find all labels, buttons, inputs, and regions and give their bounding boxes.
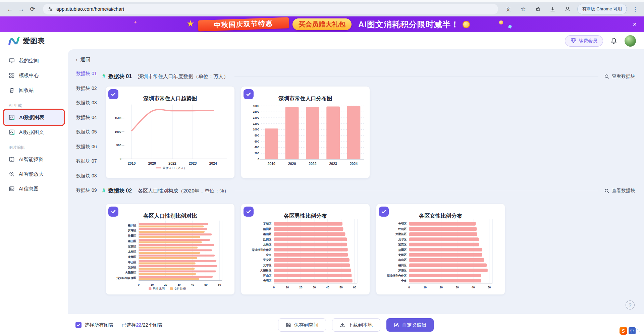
select-all-checkbox[interactable] — [75, 322, 82, 328]
svg-text:2023: 2023 — [329, 162, 337, 166]
svg-text:光明区: 光明区 — [263, 279, 272, 282]
sidebar-item-ai-data-chart[interactable]: AI AI数据图表 — [4, 110, 64, 125]
svg-text:400: 400 — [255, 146, 259, 149]
downloads-icon[interactable] — [548, 4, 558, 14]
divider — [235, 191, 598, 191]
block-nav-item[interactable]: 数据块 08 — [76, 173, 100, 188]
save-to-space-button[interactable]: 保存到空间 — [278, 318, 326, 332]
sidebar-item-my-space[interactable]: 我的空间 — [0, 53, 68, 68]
svg-text:60: 60 — [353, 286, 356, 289]
notifications-bell-icon[interactable] — [610, 37, 617, 44]
sidebar-item-template-center[interactable]: 模板中心 — [0, 68, 68, 83]
chart-select-checkbox[interactable] — [379, 207, 389, 217]
svg-text:500: 500 — [116, 144, 121, 147]
browser-menu-icon[interactable]: ⋮ — [632, 6, 639, 13]
svg-text:南山区: 南山区 — [128, 239, 137, 243]
footer-actions: 保存到空间 下载到本地 自定义编辑 — [278, 318, 434, 332]
block-nav-item[interactable]: 数据块 06 — [76, 144, 100, 159]
chart-title: 深圳市常住人口趋势图 — [106, 95, 234, 102]
sidebar-item-ai-data-doc[interactable]: AI AI数据图文 — [0, 125, 68, 139]
magnifier-icon — [604, 188, 609, 193]
sidebar-item-recycle-bin[interactable]: 回收站 — [0, 83, 68, 98]
svg-text:0: 0 — [120, 157, 121, 161]
download-local-button[interactable]: 下载到本地 — [332, 318, 380, 332]
custom-edit-label: 自定义编辑 — [402, 322, 427, 328]
save-to-space-label: 保存到空间 — [294, 322, 319, 328]
svg-text:50: 50 — [339, 286, 343, 289]
help-button[interactable]: ? — [626, 300, 635, 310]
chart-select-checkbox[interactable] — [244, 89, 254, 99]
chart-title: 各区人口性别比例对比 — [106, 213, 234, 220]
block-nav-item[interactable]: 数据块 02 — [76, 86, 100, 100]
reload-button[interactable]: ⟳ — [28, 4, 38, 14]
promo-badge[interactable]: 买会员赠大礼包 — [292, 18, 352, 30]
chart-select-checkbox[interactable] — [108, 89, 118, 99]
svg-text:0: 0 — [273, 286, 275, 289]
svg-text:全市: 全市 — [401, 279, 407, 282]
chevron-left-icon: ‹ — [76, 56, 78, 63]
monitor-icon — [9, 58, 15, 64]
ime-widget[interactable]: S 中 ’， — [620, 327, 641, 335]
svg-text:20: 20 — [299, 286, 303, 289]
user-avatar[interactable] — [625, 35, 636, 47]
renew-membership-button[interactable]: 续费会员 — [565, 35, 603, 47]
svg-text:2022: 2022 — [168, 162, 176, 165]
selected-number: 22 — [136, 322, 142, 328]
svg-text:常住人口（万人）: 常住人口（万人） — [163, 166, 187, 170]
svg-text:深汕特别合作区: 深汕特别合作区 — [116, 276, 137, 280]
block-nav-item[interactable]: 数据块 05 — [76, 129, 100, 144]
extensions-icon[interactable] — [533, 4, 543, 14]
confetti-icon — [499, 20, 503, 24]
sogou-icon: S — [620, 327, 627, 335]
svg-text:30: 30 — [177, 283, 181, 286]
block-nav-item[interactable]: 数据块 09 — [76, 187, 100, 202]
address-bar[interactable]: app.aitubiao.com/home/ai/chart — [43, 4, 498, 14]
forward-button[interactable]: → — [16, 4, 26, 14]
section-header-block-01: # 数据块 01 深圳市常住人口年度数据（单位：万人） 查看数据块 — [102, 73, 635, 80]
block-nav-item[interactable]: 数据块 03 — [76, 100, 100, 115]
translate-icon[interactable]: 文 — [503, 4, 514, 14]
svg-text:宝安区: 宝安区 — [263, 258, 272, 262]
app-header: 爱图表 续费会员 — [0, 32, 644, 49]
check-icon — [111, 209, 116, 214]
sidebar-item-ai-infographic[interactable]: AI信息图 — [0, 181, 68, 196]
svg-text:全市: 全市 — [266, 253, 272, 257]
svg-text:1400: 1400 — [253, 116, 259, 119]
site-settings-icon[interactable] — [48, 6, 53, 12]
banner-close-icon[interactable]: × — [633, 20, 637, 28]
block-nav-item[interactable]: 数据块 01 — [76, 71, 100, 86]
svg-text:40: 40 — [472, 286, 475, 289]
chart-select-checkbox[interactable] — [244, 207, 254, 217]
sidebar-item-ai-enlarge[interactable]: AI智能放大 — [0, 167, 68, 181]
download-local-label: 下载到本地 — [348, 322, 373, 328]
svg-text:龙岗区: 龙岗区 — [398, 253, 407, 257]
svg-text:光明区: 光明区 — [398, 222, 407, 225]
promo-ribbon: 中秋国庆双节特惠 — [198, 17, 289, 31]
confetti-icon — [508, 25, 512, 29]
back-button-row[interactable]: ‹ 返回 — [68, 49, 644, 63]
svg-text:光明区: 光明区 — [127, 266, 137, 269]
view-datablock-link[interactable]: 查看数据块 — [604, 73, 635, 79]
charts-row-2: 各区人口性别比例对比 0102030405060福田区罗湖区盐田区南山区宝安区龙… — [106, 204, 635, 295]
view-datablock-link[interactable]: 查看数据块 — [604, 188, 635, 194]
block-nav-item[interactable]: 数据块 07 — [76, 158, 100, 173]
custom-edit-button[interactable]: 自定义编辑 — [386, 318, 434, 332]
block-nav-item[interactable]: 数据块 04 — [76, 115, 100, 129]
svg-text:福田区: 福田区 — [398, 264, 407, 267]
sidebar-section-image-label: 图片编辑 — [9, 145, 68, 151]
app-logo[interactable]: 爱图表 — [8, 36, 45, 46]
back-button[interactable]: ← — [5, 4, 15, 14]
infographic-icon — [9, 186, 15, 192]
chart-select-checkbox[interactable] — [108, 207, 118, 217]
svg-text:宝安区: 宝安区 — [398, 243, 407, 246]
svg-text:福田区: 福田区 — [263, 227, 272, 231]
chrome-update-button[interactable]: 有新版 Chrome 可用 — [577, 4, 627, 14]
chart-title: 各区男性比例分布 — [241, 213, 370, 220]
chart-card: 各区女性比例分布 01020304050光明区坪山区大鹏新区龙华区宝安区盐田区龙… — [376, 204, 505, 295]
bookmark-star-icon[interactable]: ☆ — [518, 4, 528, 14]
svg-text:1000: 1000 — [115, 130, 121, 133]
svg-text:大鹏新区: 大鹏新区 — [125, 271, 137, 274]
content-panel: ‹ 返回 数据块 01数据块 02数据块 03数据块 04数据块 05数据块 0… — [68, 49, 644, 314]
sidebar-item-ai-cutout[interactable]: AI智能抠图 — [0, 152, 68, 167]
profile-icon[interactable] — [562, 4, 573, 14]
